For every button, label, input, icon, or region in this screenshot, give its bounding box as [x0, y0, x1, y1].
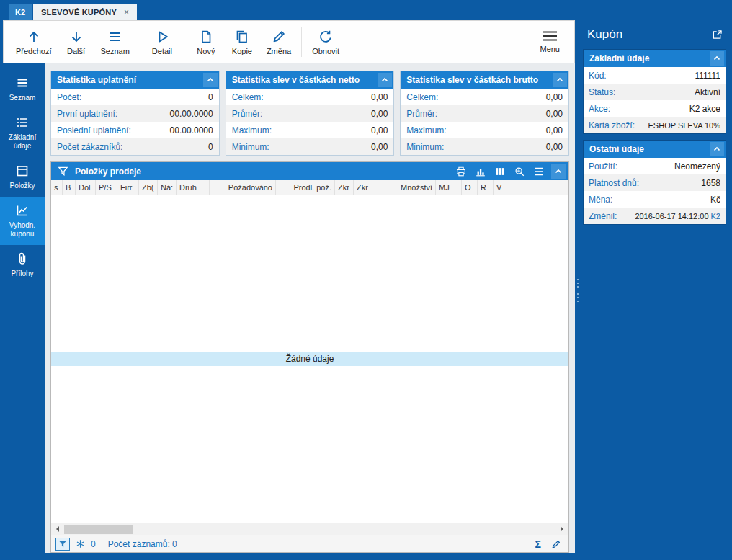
collapse-button[interactable] [378, 73, 392, 87]
sidebar-item-vyhodn-kuponu[interactable]: Vyhodn. kupónu [0, 197, 45, 245]
paperclip-icon [15, 252, 30, 266]
stat-row: Minimum:0,00 [401, 138, 568, 155]
panel-body: Celkem:0,00 Průměr:0,00 Maximum:0,00 Min… [401, 89, 568, 155]
changed-by-link[interactable]: K2 [711, 212, 720, 221]
field-label: Změnil: [589, 211, 617, 221]
column-header[interactable]: Ná: [158, 180, 177, 195]
column-header[interactable]: B [63, 180, 76, 195]
collapse-button[interactable] [710, 51, 724, 66]
horizontal-scrollbar[interactable] [51, 523, 568, 535]
field-row: Použití:Neomezený [584, 158, 726, 174]
new-button[interactable]: Nový [188, 26, 224, 58]
chart-button[interactable] [473, 164, 488, 179]
field-row: Platnost dnů:1658 [584, 174, 726, 191]
column-header[interactable]: V [494, 180, 509, 195]
column-header[interactable]: Dol [76, 180, 96, 195]
column-header[interactable]: Druh [177, 180, 210, 195]
items-icon [15, 164, 30, 178]
stat-value: 0 [208, 92, 213, 102]
gear-search-icon [514, 166, 525, 177]
column-header[interactable]: P/S [96, 180, 117, 195]
stat-row: První uplatnění:00.00.0000 [51, 105, 219, 122]
column-header[interactable]: Požadováno [210, 180, 276, 195]
sum-button[interactable]: Σ [535, 538, 541, 550]
button-label: Další [67, 47, 85, 55]
sidebar-item-label: Seznam [9, 94, 36, 102]
splitter-grip-icon [577, 279, 579, 288]
stat-row: Maximum:0,00 [226, 122, 394, 138]
copy-icon [234, 29, 250, 45]
collapse-button[interactable] [710, 142, 724, 156]
stat-label: Průměr: [406, 109, 437, 119]
stat-label: První uplatnění: [57, 109, 117, 119]
column-header[interactable]: Zb( [139, 180, 158, 195]
stat-label: Minimum: [232, 142, 269, 152]
filter-button[interactable] [55, 164, 70, 179]
list-view-button[interactable]: Seznam [94, 26, 136, 58]
edit-record-button[interactable] [551, 539, 561, 549]
field-value: 111111 [695, 71, 720, 81]
menu-button[interactable]: Menu [531, 27, 568, 56]
column-header[interactable]: O [462, 180, 478, 195]
column-header[interactable]: R [478, 180, 494, 195]
panel-header: Statistika slev v částkách netto [226, 71, 394, 89]
button-label: Změna [267, 47, 291, 55]
columns-button[interactable] [493, 164, 507, 179]
previous-button[interactable]: Předchozí [9, 26, 58, 58]
scroll-right-button[interactable] [556, 523, 568, 535]
sidebar-item-polozky[interactable]: Položky [0, 157, 45, 197]
filter-icon [58, 540, 67, 548]
edit-button[interactable]: Změna [260, 26, 298, 58]
app-tab-k2[interactable]: K2 [9, 4, 32, 20]
status-filter-button[interactable] [55, 538, 70, 551]
sidebar-item-seznam[interactable]: Seznam [0, 69, 45, 109]
tab-slevove-kupony[interactable]: SLEVOVÉ KUPÓNY × [33, 4, 137, 20]
stat-label: Průměr: [232, 109, 263, 119]
sidebar-item-zakladni-udaje[interactable]: Základní údaje [0, 109, 45, 157]
panel-header: Statistika slev v částkách brutto [401, 71, 568, 89]
triangle-right-icon [561, 526, 566, 532]
column-header[interactable]: Zkr [335, 180, 354, 195]
column-header[interactable]: Množství [372, 180, 436, 195]
button-label: Detail [152, 47, 172, 55]
collapse-button[interactable] [553, 73, 567, 87]
new-document-icon [198, 29, 214, 45]
collapse-button[interactable] [203, 73, 218, 87]
column-header[interactable]: s [51, 180, 63, 195]
panel-splitter[interactable] [575, 20, 580, 560]
open-in-window-button[interactable] [711, 29, 723, 41]
grid-menu-button[interactable] [532, 164, 546, 179]
column-header[interactable]: MJ [436, 180, 462, 195]
scroll-left-button[interactable] [51, 523, 63, 535]
tab-close-icon[interactable]: × [124, 7, 129, 17]
copy-button[interactable]: Kopie [224, 26, 260, 58]
settings-search-button[interactable] [512, 164, 527, 179]
stat-value: 0,00 [371, 142, 388, 152]
section-body: Kód:111111 Status:Aktivní Akce:K2 akce K… [584, 67, 726, 133]
column-header[interactable]: Prodl. pož. [276, 180, 335, 195]
play-outline-icon [154, 29, 170, 45]
toolbar-separator [140, 27, 140, 57]
stat-label: Počet zákazníků: [57, 142, 122, 152]
column-header[interactable]: Zkr [354, 180, 372, 195]
next-button[interactable]: Další [58, 26, 94, 58]
grid-column-header: s B Dol P/S Firr Zb( Ná: Druh Požadováno… [51, 180, 568, 195]
chevron-up-icon [380, 76, 389, 84]
field-label: Karta zboží: [589, 120, 635, 130]
field-value: ESHOP SLEVA 10% [648, 121, 720, 130]
list-icon [15, 76, 30, 90]
sidebar-item-label: Přílohy [11, 270, 33, 278]
print-button[interactable] [454, 164, 468, 179]
empty-message: Žádné údaje [51, 352, 568, 366]
sidebar-item-prilohy[interactable]: Přílohy [0, 245, 45, 285]
app-tab-label: K2 [15, 8, 25, 17]
panel-body: Počet:0 První uplatnění:00.00.0000 Posle… [51, 89, 219, 155]
column-header[interactable]: Firr [117, 180, 139, 195]
detail-view-button[interactable]: Detail [144, 26, 180, 58]
scroll-thumb[interactable] [64, 525, 133, 534]
collapse-button[interactable] [551, 164, 566, 179]
status-separator [102, 538, 102, 549]
field-value: K2 akce [689, 104, 720, 114]
record-count-label: Počet záznamů: 0 [108, 539, 177, 549]
refresh-button[interactable]: Obnovit [305, 26, 346, 58]
